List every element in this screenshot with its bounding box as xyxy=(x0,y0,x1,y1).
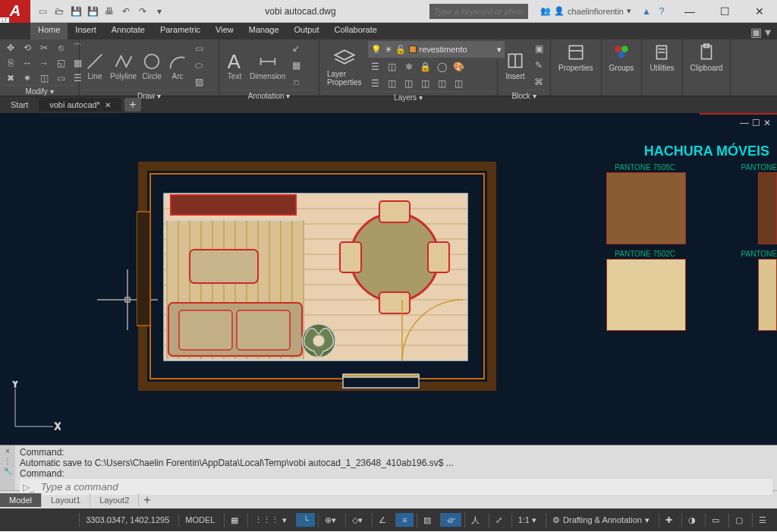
layer-btn2-icon[interactable]: ◫ xyxy=(385,76,400,91)
cmd-wrench-icon[interactable]: 🔧 xyxy=(3,467,12,475)
ortho-toggle-icon[interactable]: └ xyxy=(296,513,315,527)
panel-layers[interactable]: Layers ▾ xyxy=(322,91,494,102)
layer-iso-icon[interactable]: ◫ xyxy=(385,59,400,74)
layer-btn4-icon[interactable]: ◫ xyxy=(418,76,433,91)
color-swatch[interactable] xyxy=(606,259,686,331)
snap-mode-icon[interactable]: ⋮⋮⋮▾ xyxy=(247,513,293,527)
modify-btn-icon[interactable]: ▭ xyxy=(53,71,68,86)
osnap-toggle-icon[interactable]: ◇▾ xyxy=(345,513,369,527)
lineweight-toggle-icon[interactable]: ≡ xyxy=(395,513,413,527)
color-swatch[interactable] xyxy=(606,172,686,244)
tab-insert[interactable]: Insert xyxy=(68,23,104,39)
insert-block-button[interactable]: Insert xyxy=(501,49,530,82)
vp-close-icon[interactable]: ✕ xyxy=(763,118,771,128)
layer-btn-icon[interactable]: ☰ xyxy=(368,76,383,91)
doc-tab-start[interactable]: Start xyxy=(0,98,39,112)
mirror-icon[interactable]: ⎋ xyxy=(53,40,68,55)
otrack-toggle-icon[interactable]: ∠ xyxy=(372,513,392,527)
plot-icon[interactable]: 🖶 xyxy=(103,5,115,17)
groups-button[interactable]: Groups xyxy=(605,41,639,74)
qat-dropdown-icon[interactable]: ▾ xyxy=(153,5,165,17)
annoauto-icon[interactable]: ⤢ xyxy=(489,513,508,527)
mtext-icon[interactable]: ⏍ xyxy=(288,74,304,90)
layer-dropdown[interactable]: 💡 ☀ 🔓 revestimento ▾ xyxy=(368,41,505,58)
close-tab-icon[interactable]: ✕ xyxy=(105,101,111,109)
annovis-icon[interactable]: 人 xyxy=(464,512,486,528)
block-attr-icon[interactable]: ⌘ xyxy=(531,74,546,90)
transparency-toggle-icon[interactable]: ▨ xyxy=(417,513,437,527)
polyline-button[interactable]: Polyline xyxy=(109,49,138,82)
user-account[interactable]: 👥 👤 chaelinfiorentin ▾ xyxy=(536,6,636,16)
saveas-icon[interactable]: 💾 xyxy=(87,5,99,17)
edit-block-icon[interactable]: ✎ xyxy=(531,58,546,73)
app-logo[interactable]: A LT xyxy=(0,0,30,23)
tab-output[interactable]: Output xyxy=(287,23,327,39)
hatch-icon[interactable]: ▨ xyxy=(191,74,206,90)
dimension-button[interactable]: Dimension xyxy=(248,49,287,82)
tab-annotate[interactable]: Annotate xyxy=(104,23,153,39)
cmd-close-icon[interactable]: × xyxy=(5,447,10,455)
cmd-handle-icon[interactable]: ⋮ xyxy=(4,457,11,465)
new-tab-button[interactable]: + xyxy=(124,98,141,112)
annoscale-icon[interactable]: 🙰 xyxy=(440,513,461,527)
color-swatch[interactable] xyxy=(758,172,777,244)
open-icon[interactable]: 🗁 xyxy=(53,5,65,17)
leader-icon[interactable]: ↙ xyxy=(288,41,304,56)
customize-icon[interactable]: ☰ xyxy=(752,513,772,527)
doc-tab-active[interactable]: vobi autocad*✕ xyxy=(39,98,121,112)
circle-button[interactable]: Circle xyxy=(140,49,164,82)
save-icon[interactable]: 💾 xyxy=(70,5,82,17)
help-icon[interactable]: ? xyxy=(656,5,668,17)
offset-icon[interactable]: ◫ xyxy=(36,71,52,86)
model-space-toggle[interactable]: MODEL xyxy=(178,513,221,527)
rotate-icon[interactable]: ⟲ xyxy=(20,40,35,55)
layer-btn5-icon[interactable]: ◫ xyxy=(435,76,450,91)
vp-minimize-icon[interactable]: — xyxy=(740,118,749,128)
properties-button[interactable]: Properties xyxy=(554,41,598,74)
clean-screen-icon[interactable]: ▢ xyxy=(728,513,749,527)
vp-maximize-icon[interactable]: ☐ xyxy=(752,118,760,128)
layer-off-icon[interactable]: ◯ xyxy=(435,59,450,74)
tab-parametric[interactable]: Parametric xyxy=(153,23,208,39)
clipboard-button[interactable]: Clipboard xyxy=(686,41,728,74)
help-search-input[interactable] xyxy=(429,4,528,19)
workspace-switcher[interactable]: ⚙ Drafting & Annotation▾ xyxy=(546,513,656,527)
copy-icon[interactable]: ⎘ xyxy=(3,55,18,71)
tab-view[interactable]: View xyxy=(208,23,241,39)
floor-plan-drawing[interactable] xyxy=(137,159,508,405)
command-window[interactable]: × ⋮ 🔧 Command: Automatic save to C:\User… xyxy=(0,445,777,490)
layout-tab-layout1[interactable]: Layout1 xyxy=(42,493,90,507)
utilities-button[interactable]: Utilities xyxy=(645,41,678,74)
undo-icon[interactable]: ↶ xyxy=(120,5,132,17)
close-button[interactable]: ✕ xyxy=(742,0,777,23)
panel-modify[interactable]: Modify ▾ xyxy=(3,85,76,96)
grid-toggle-icon[interactable]: ▦ xyxy=(224,513,244,527)
drawing-canvas[interactable]: — ☐ ✕ XY xyxy=(0,113,777,445)
erase-icon[interactable]: ✖ xyxy=(3,71,18,86)
tab-collaborate[interactable]: Collaborate xyxy=(327,23,385,39)
layer-freeze-icon[interactable]: ❄ xyxy=(401,59,417,74)
tab-home[interactable]: Home xyxy=(30,23,68,39)
color-swatch[interactable] xyxy=(758,259,777,331)
create-block-icon[interactable]: ▣ xyxy=(531,41,546,56)
minimize-button[interactable]: — xyxy=(672,0,707,23)
new-icon[interactable]: ▭ xyxy=(36,5,49,17)
hardware-accel-icon[interactable]: ▭ xyxy=(705,513,725,527)
explode-icon[interactable]: ✷ xyxy=(20,71,35,86)
autodesk-exchange-icon[interactable]: ▲ xyxy=(640,5,653,17)
layout-tab-model[interactable]: Model xyxy=(0,493,42,507)
layout-add-button[interactable]: + xyxy=(139,492,155,508)
layer-match-icon[interactable]: 🎨 xyxy=(451,59,467,74)
layer-lock-icon[interactable]: 🔒 xyxy=(418,59,433,74)
redo-icon[interactable]: ↷ xyxy=(137,5,149,17)
layer-state-icon[interactable]: ☰ xyxy=(368,59,383,74)
scale-icon[interactable]: ◱ xyxy=(53,55,68,71)
layout-tab-layout2[interactable]: Layout2 xyxy=(90,493,139,507)
line-button[interactable]: Line xyxy=(83,49,107,82)
panel-annotation[interactable]: Annotation ▾ xyxy=(222,90,316,100)
annotation-monitor-icon[interactable]: ✚ xyxy=(659,513,678,527)
panel-block[interactable]: Block ▾ xyxy=(501,90,547,100)
polar-toggle-icon[interactable]: ⊕▾ xyxy=(318,513,342,527)
tab-manage[interactable]: Manage xyxy=(241,23,287,39)
arc-button[interactable]: Arc xyxy=(165,49,190,82)
